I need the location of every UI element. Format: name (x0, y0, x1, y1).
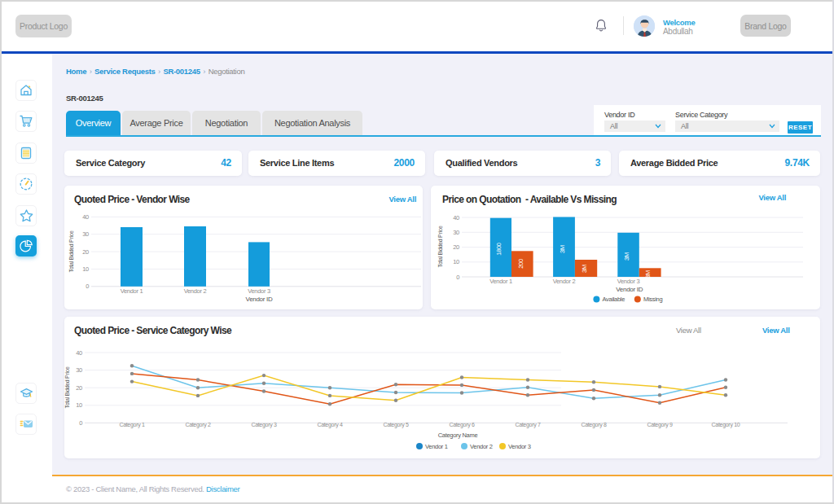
svg-text:Category 5: Category 5 (383, 422, 409, 428)
svg-text:Category 8: Category 8 (581, 422, 607, 428)
svg-text:Vendor 3: Vendor 3 (617, 278, 640, 285)
svg-text:30: 30 (453, 229, 459, 236)
svg-text:0: 0 (79, 419, 82, 427)
svg-text:Missing: Missing (643, 296, 662, 303)
svg-text:Category 4: Category 4 (317, 422, 343, 428)
svg-text:Category 1: Category 1 (119, 422, 145, 428)
svg-text:30: 30 (76, 366, 82, 374)
svg-text:Category 2: Category 2 (185, 422, 211, 428)
svg-text:Vendor ID: Vendor ID (246, 296, 273, 303)
svg-text:40: 40 (76, 349, 82, 357)
svg-text:0: 0 (86, 283, 89, 290)
svg-text:20: 20 (82, 248, 89, 256)
svg-text:Vendor ID: Vendor ID (616, 286, 643, 293)
svg-text:0: 0 (456, 274, 459, 281)
svg-text:Vendor 1: Vendor 1 (489, 278, 512, 285)
svg-text:Category 3: Category 3 (251, 422, 277, 428)
svg-text:40: 40 (82, 213, 89, 221)
svg-text:10: 10 (453, 258, 459, 265)
svg-text:Vendor 2: Vendor 2 (184, 287, 207, 295)
svg-text:Total Bidded Price: Total Bidded Price (64, 366, 70, 408)
svg-text:Vendor 2: Vendor 2 (470, 443, 493, 450)
svg-text:Total Bidded Price: Total Bidded Price (437, 226, 443, 267)
svg-text:Vendor 3: Vendor 3 (508, 443, 531, 450)
svg-text:Category 10: Category 10 (712, 422, 740, 428)
svg-text:20: 20 (453, 243, 459, 251)
svg-text:3M: 3M (559, 245, 566, 253)
svg-text:10: 10 (76, 401, 82, 409)
svg-text:Available: Available (603, 296, 626, 303)
svg-text:3M: 3M (644, 270, 652, 278)
svg-text:40: 40 (453, 214, 459, 221)
svg-text:Total Bidded Price: Total Bidded Price (68, 230, 74, 272)
svg-text:200: 200 (517, 259, 525, 269)
svg-text:20: 20 (76, 384, 82, 392)
svg-text:30: 30 (82, 230, 89, 238)
svg-text:Vendor 1: Vendor 1 (425, 443, 448, 450)
svg-text:Vendor 2: Vendor 2 (553, 278, 576, 285)
svg-text:Category Name: Category Name (438, 432, 478, 439)
svg-text:10: 10 (82, 265, 89, 273)
svg-text:3M: 3M (623, 252, 630, 261)
svg-text:3M: 3M (581, 265, 588, 273)
svg-text:Category 7: Category 7 (515, 422, 541, 428)
svg-text:Category 6: Category 6 (449, 422, 475, 428)
svg-text:Vendor 1: Vendor 1 (121, 287, 143, 295)
svg-text:Vendor 3: Vendor 3 (248, 287, 270, 295)
svg-text:1800: 1800 (495, 243, 503, 256)
svg-text:Category 9: Category 9 (647, 422, 673, 428)
